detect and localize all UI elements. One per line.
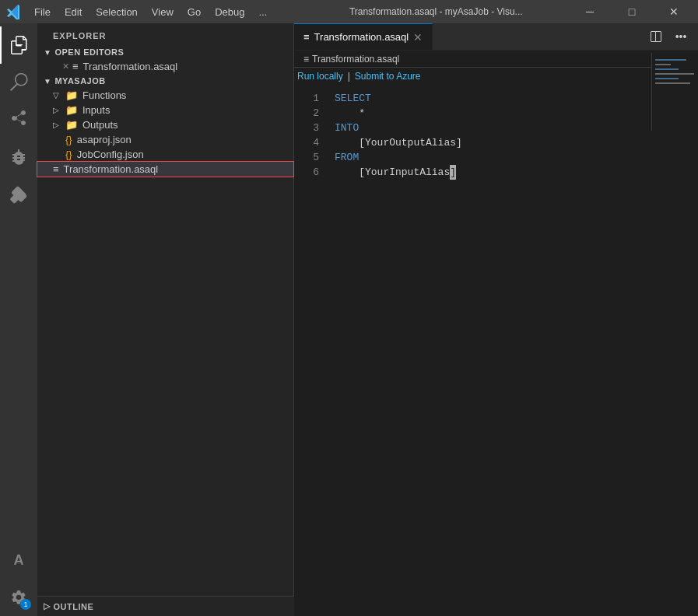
line-num-5: 5: [294, 150, 319, 165]
close-file-icon[interactable]: ✕: [62, 61, 69, 72]
open-editors-chevron: ▼: [44, 48, 51, 57]
code-line-1: SELECT: [335, 91, 687, 106]
window-controls: ─ □ ✕: [572, 0, 692, 23]
submit-azure-link[interactable]: Submit to Azure: [355, 71, 421, 82]
minimap: [651, 53, 698, 131]
code-with-runbar: Run locally | Submit to Azure 1 2 3 4 5 …: [294, 68, 687, 616]
myasajob-label: MYASAJOB: [54, 76, 105, 86]
editor-area: ≡ Transformation.asaql ✕ ••• ≡ Transform…: [294, 23, 698, 616]
code-content[interactable]: SELECT * INTO [YourOutputAlias]: [325, 85, 687, 616]
menu-selection[interactable]: Selection: [89, 5, 143, 19]
keyword-into: INTO: [335, 121, 359, 135]
line-numbers: 1 2 3 4 5 6: [294, 85, 325, 616]
folder-closed2-icon: 📁: [65, 119, 78, 131]
minimap-content: [652, 53, 698, 93]
window-title: Transformation.asaql - myAsaJob - Visu..…: [300, 6, 573, 17]
outline-label: OUTLINE: [54, 602, 94, 611]
outputs-chevron-icon: ▷: [53, 121, 62, 129]
myasajob-section[interactable]: ▼ MYASAJOB: [37, 74, 293, 88]
outputs-folder[interactable]: ▷ 📁 Outputs: [37, 117, 293, 132]
more-actions-button[interactable]: •••: [670, 26, 692, 47]
settings-activity-icon[interactable]: 1: [0, 579, 37, 616]
code-area: Run locally | Submit to Azure 1 2 3 4 5 …: [294, 68, 698, 616]
outline-chevron-icon: ▷: [44, 601, 51, 611]
transformation-asaql-label: Transformation.asaql: [83, 61, 178, 72]
settings-badge: 1: [20, 599, 31, 610]
transformation-tree-label: Transformation.asaql: [64, 163, 159, 175]
menu-go[interactable]: Go: [181, 5, 207, 19]
menu-edit[interactable]: Edit: [58, 5, 88, 19]
activity-bar: A 1: [0, 23, 37, 616]
code-editor: 1 2 3 4 5 6 SELECT *: [294, 85, 687, 616]
cursor: ]: [450, 165, 456, 180]
functions-chevron-icon: ▽: [53, 91, 62, 100]
scrollbar[interactable]: [687, 68, 698, 616]
close-button[interactable]: ✕: [656, 0, 692, 23]
tab-close-button[interactable]: ✕: [413, 31, 423, 44]
extensions-activity-icon[interactable]: [0, 176, 37, 213]
transformation-asaql-open[interactable]: ✕ ≡ Transformation.asaql: [37, 59, 293, 74]
folder-icon: 📁: [65, 89, 78, 101]
jobconfig-file[interactable]: {} JobConfig.json: [37, 147, 293, 162]
code-line-3: INTO: [335, 121, 687, 135]
menu-view[interactable]: View: [146, 5, 180, 19]
menu-file[interactable]: File: [28, 5, 57, 19]
functions-folder[interactable]: ▽ 📁 Functions: [37, 88, 293, 103]
asaql-file-icon: ≡: [72, 61, 79, 72]
transformation-tab[interactable]: ≡ Transformation.asaql ✕: [294, 23, 433, 50]
minimap-line: [655, 68, 679, 70]
minimap-line: [655, 59, 686, 61]
keyword-select: SELECT: [335, 91, 371, 106]
tab-bar: ≡ Transformation.asaql ✕ •••: [294, 23, 698, 51]
menu-more[interactable]: ...: [252, 5, 273, 19]
line-num-4: 4: [294, 135, 319, 150]
open-editors-section[interactable]: ▼ OPEN EDITORS: [37, 45, 293, 59]
tab-file-icon: ≡: [303, 31, 310, 43]
outline-header[interactable]: ▷ OUTLINE: [37, 597, 294, 616]
code-line-2: *: [335, 106, 687, 121]
input-alias: [YourInputAlias: [335, 165, 450, 180]
vscode-logo: [6, 4, 22, 19]
transformation-asaql-tree[interactable]: ≡ Transformation.asaql: [37, 162, 293, 177]
explorer-activity-icon[interactable]: [0, 26, 37, 64]
folder-closed-icon: 📁: [65, 104, 78, 116]
menu-debug[interactable]: Debug: [209, 5, 251, 19]
asaql-icon: ≡: [53, 163, 59, 175]
run-locally-link[interactable]: Run locally: [297, 71, 343, 82]
maximize-button[interactable]: □: [614, 0, 650, 23]
run-separator: |: [348, 71, 350, 82]
functions-label: Functions: [82, 89, 126, 101]
debug-activity-icon[interactable]: [0, 138, 37, 176]
jobconfig-label: JobConfig.json: [77, 149, 144, 160]
search-activity-icon[interactable]: [0, 64, 37, 101]
output-alias: [YourOutputAlias]: [335, 135, 462, 150]
minimap-line: [655, 82, 690, 84]
minimize-button[interactable]: ─: [572, 0, 608, 23]
inputs-chevron-icon: ▷: [53, 106, 62, 114]
minimap-line: [655, 64, 671, 65]
source-control-activity-icon[interactable]: [0, 101, 37, 138]
inputs-label: Inputs: [82, 104, 110, 116]
tab-actions: •••: [639, 23, 698, 50]
split-editor-button[interactable]: [645, 26, 667, 47]
asaproj-file[interactable]: {} asaproj.json: [37, 132, 293, 147]
minimap-line: [655, 78, 679, 79]
open-editors-label: OPEN EDITORS: [54, 47, 124, 57]
json-file2-icon: {}: [65, 149, 72, 160]
tab-label: Transformation.asaql: [314, 31, 409, 43]
tab-spacer: [433, 23, 639, 50]
breadcrumb-filename: Transformation.asaql: [312, 54, 399, 65]
breadcrumb-icon: ≡: [303, 54, 309, 65]
minimap-line: [655, 73, 694, 75]
menu-bar: File Edit Selection View Go Debug ...: [28, 5, 300, 19]
run-bar: Run locally | Submit to Azure: [294, 68, 687, 85]
keyword-from: FROM: [335, 150, 359, 165]
inputs-folder[interactable]: ▷ 📁 Inputs: [37, 103, 293, 117]
title-bar: File Edit Selection View Go Debug ... Tr…: [0, 0, 698, 23]
outputs-label: Outputs: [82, 119, 118, 131]
code-star: *: [335, 106, 365, 121]
outline-section: ▷ OUTLINE: [37, 596, 294, 616]
font-activity-icon[interactable]: A: [0, 541, 37, 579]
sidebar: EXPLORER ▼ OPEN EDITORS ✕ ≡ Transformati…: [37, 23, 294, 616]
asaproj-label: asaproj.json: [77, 134, 132, 145]
